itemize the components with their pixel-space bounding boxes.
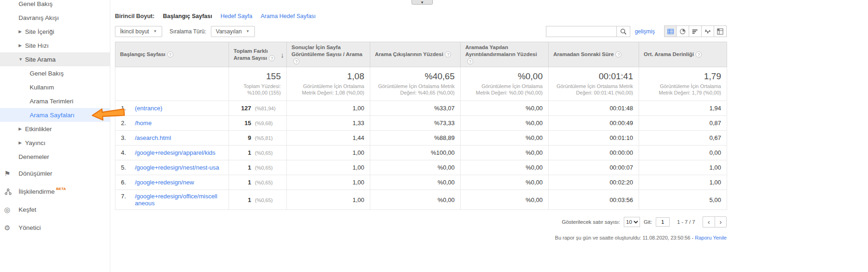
comparison-view-button[interactable] xyxy=(702,25,714,37)
dimension-tab-arama-hedef-sayfasi[interactable]: Arama Hedef Sayfası xyxy=(261,13,316,19)
next-page-button[interactable]: › xyxy=(715,216,727,228)
chart-collapse-button[interactable]: ▼ xyxy=(412,0,433,5)
table-pagination: Gösterilecek satır sayısı: 10 Git: 1 - 7… xyxy=(115,216,727,228)
refresh-report-link[interactable]: Raporu Yenile xyxy=(695,235,727,240)
searches-value: 9 xyxy=(248,134,251,141)
summary-subtext: Toplam Yüzdesi: %100,00 (155) xyxy=(234,83,281,96)
time-cell: 00:03:56 xyxy=(549,190,639,210)
dimension-tab-hedef-sayfa[interactable]: Hedef Sayfa xyxy=(221,13,253,19)
previous-page-button[interactable]: ‹ xyxy=(703,216,715,228)
sidebar-item-admin[interactable]: ⚙ Yönetici xyxy=(0,219,110,237)
search-button[interactable] xyxy=(616,26,630,37)
help-icon[interactable]: ? xyxy=(167,51,173,57)
sidebar-item-search-overview[interactable]: Genel Bakış xyxy=(0,66,110,80)
secondary-dimension-label: İkincil boyut xyxy=(120,28,149,35)
searches-value: 15 xyxy=(245,120,251,127)
sidebar-item-discover[interactable]: ◎ Keşfet xyxy=(0,201,110,219)
sort-type-value: Varsayılan xyxy=(216,28,242,35)
sidebar-item-label: Genel Bakış xyxy=(19,0,53,7)
page-link[interactable]: (entrance) xyxy=(135,105,162,112)
row-rank: 6. xyxy=(121,179,130,186)
column-header-start-page[interactable]: Başlangıç Sayfası? xyxy=(115,42,229,67)
sidebar-item-overview[interactable]: Genel Bakış xyxy=(0,0,110,11)
page-link[interactable]: /asearch.html xyxy=(135,134,171,141)
data-view-button[interactable] xyxy=(664,25,677,37)
help-icon[interactable]: ? xyxy=(293,58,299,64)
row-rank: 2. xyxy=(121,120,130,127)
pivot-view-icon xyxy=(717,28,723,35)
page-link[interactable]: /home xyxy=(135,120,152,127)
help-icon[interactable]: ? xyxy=(696,51,702,57)
sidebar-item-publisher[interactable]: ▶ Yayıncı xyxy=(0,136,110,150)
searches-value: 1 xyxy=(248,179,251,186)
help-icon[interactable]: ? xyxy=(467,58,473,64)
dimension-tab-baslangic-sayfasi[interactable]: Başlangıç Sayfası xyxy=(163,13,212,19)
depth-cell: 0,87 xyxy=(639,116,727,131)
pivot-view-button[interactable] xyxy=(714,25,727,37)
column-header-results-pageviews[interactable]: Sonuçlar İçin Sayfa Görüntüleme Sayısı /… xyxy=(287,42,370,67)
column-header-total-unique-searches[interactable]: Toplam Farklı Arama Sayısı? ↓ xyxy=(229,42,287,67)
refinements-cell: %0,00 xyxy=(461,101,549,116)
column-header-search-refinements[interactable]: Aramada Yapılan Ayrıntılandırmaların Yüz… xyxy=(461,42,549,67)
summary-time-cell: 00:01:41 Görüntüleme İçin Ortalama Metri… xyxy=(549,67,639,101)
summary-refinements-cell: %0,00 Görüntüleme İçin Ortalama Metrik D… xyxy=(461,67,549,101)
summary-subtext: Görüntüleme İçin Ortalama Metrik Değeri:… xyxy=(376,83,455,96)
column-header-time-after-search[interactable]: Aramadan Sonraki Süre? xyxy=(549,42,639,67)
sort-type-dropdown[interactable]: Varsayılan ▼ xyxy=(211,26,255,37)
sidebar-item-site-speed[interactable]: ▶ Site Hızı xyxy=(0,38,110,52)
page-cell: 6./google+redesign/new xyxy=(115,175,229,190)
sidebar-item-site-content[interactable]: ▶ Site İçeriği xyxy=(0,25,110,38)
sidebar-item-attribution[interactable]: İlişkilendirme BETA xyxy=(0,183,110,201)
page-link[interactable]: /google+redesign/apparel/kids xyxy=(135,149,215,156)
chevron-left-icon: ‹ xyxy=(708,218,710,226)
exits-cell: %100,00 xyxy=(370,145,461,160)
sidebar-item-label: Kullanım xyxy=(30,84,54,91)
column-header-search-exits[interactable]: Arama Çıkışlarının Yüzdesi? xyxy=(370,42,461,67)
goto-page-input[interactable] xyxy=(656,217,670,227)
page-link[interactable]: /google+redesign/office/miscellaneous xyxy=(135,193,221,207)
analytics-app: Genel Bakış Davranış Akışı ▶ Site İçeriğ… xyxy=(0,0,868,272)
refinements-cell: %0,00 xyxy=(461,145,549,160)
summary-value: %0,00 xyxy=(466,71,543,82)
rows-per-page-select[interactable]: 10 xyxy=(624,217,640,227)
column-header-avg-search-depth[interactable]: Ort. Arama Derinliği? xyxy=(639,42,727,67)
percentage-view-button[interactable] xyxy=(677,25,689,37)
table-search-input[interactable] xyxy=(546,26,616,37)
beta-badge: BETA xyxy=(56,187,66,191)
sidebar-item-site-search[interactable]: ▼ Site Arama xyxy=(0,52,110,66)
exits-cell: %0,00 xyxy=(370,190,461,210)
searches-value: 1 xyxy=(248,149,251,156)
secondary-dimension-dropdown[interactable]: İkincil boyut ▼ xyxy=(115,26,162,37)
sidebar-item-conversions[interactable]: ⚑ Dönüşümler xyxy=(0,164,110,183)
column-header-label: Başlangıç Sayfası xyxy=(120,51,165,57)
sidebar-item-experiments[interactable]: Denemeler xyxy=(0,150,110,164)
summary-empty-cell xyxy=(115,67,229,101)
table-row: 6./google+redesign/new 1(%0,65) 1,00 %0,… xyxy=(115,175,727,190)
searches-cell: 1(%0,65) xyxy=(229,175,287,190)
advanced-filter-link[interactable]: gelişmiş xyxy=(635,28,655,35)
page-link[interactable]: /google+redesign/new xyxy=(135,179,194,186)
help-icon[interactable]: ? xyxy=(445,51,451,57)
chevron-right-icon: ▶ xyxy=(19,140,25,145)
performance-view-button[interactable] xyxy=(689,25,702,37)
sidebar-item-search-terms[interactable]: Arama Terimleri xyxy=(0,94,110,108)
help-icon[interactable]: ? xyxy=(269,55,275,61)
goto-page-label: Git: xyxy=(644,219,652,225)
sidebar-item-usage[interactable]: Kullanım xyxy=(0,80,110,94)
page-cell: 5./google+redesign/nest/nest-usa xyxy=(115,160,229,175)
sidebar-item-label: Denemeler xyxy=(19,153,49,160)
column-header-label: Ort. Arama Derinliği xyxy=(644,51,694,57)
table-row: 4./google+redesign/apparel/kids 1(%0,65)… xyxy=(115,145,727,160)
sidebar: Genel Bakış Davranış Akışı ▶ Site İçeriğ… xyxy=(0,0,110,272)
sidebar-item-label: Yayıncı xyxy=(25,139,45,146)
sort-descending-icon[interactable]: ↓ xyxy=(281,51,285,58)
sidebar-item-behavior-flow[interactable]: Davranış Akışı xyxy=(0,11,110,25)
sidebar-item-events[interactable]: ▶ Etkinlikler xyxy=(0,122,110,136)
page-cell: 2./home xyxy=(115,116,229,131)
help-icon[interactable]: ? xyxy=(615,51,621,57)
page-cell: 3./asearch.html xyxy=(115,131,229,145)
summary-value: 00:01:41 xyxy=(554,71,633,82)
pagination-buttons: ‹ › xyxy=(703,216,727,228)
searches-cell: 1(%0,65) xyxy=(229,160,287,175)
page-link[interactable]: /google+redesign/nest/nest-usa xyxy=(135,164,219,171)
